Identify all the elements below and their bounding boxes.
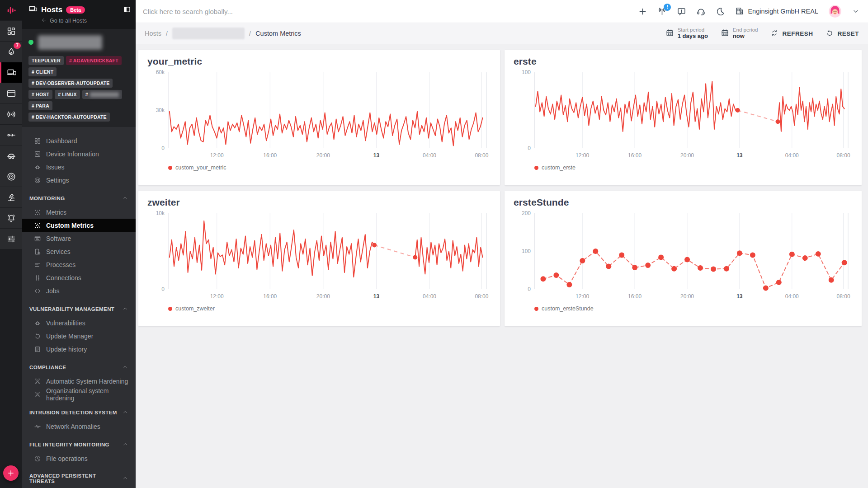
- connectivity-status-button[interactable]: !: [657, 7, 667, 16]
- rail-item-alarms[interactable]: [0, 208, 22, 228]
- end-period-value: now: [733, 33, 758, 40]
- legend-dot: [168, 166, 172, 170]
- svg-text:0: 0: [161, 145, 165, 151]
- chart-legend[interactable]: custom_ersteStunde: [514, 305, 853, 312]
- host-tag[interactable]: # CLIENT: [28, 67, 57, 76]
- host-tag[interactable]: # HOST: [28, 90, 52, 99]
- menu-section-compliance[interactable]: COMPLIANCE: [22, 359, 136, 375]
- bug-icon: [34, 319, 41, 327]
- collapse-sidebar-button[interactable]: [123, 5, 131, 15]
- menu-section-monitoring[interactable]: MONITORING: [22, 190, 136, 206]
- svg-text:20:00: 20:00: [316, 293, 330, 300]
- breadcrumb-hostname-redacted[interactable]: [172, 28, 245, 39]
- software-icon: [34, 235, 41, 242]
- sidebar-menu: DashboardDevice InformationIssuesSetting…: [22, 127, 136, 488]
- menu-section-intrusion-detection-system[interactable]: INTRUSION DETECTION SYSTEM: [22, 404, 136, 420]
- sidebar-item-label: Software: [46, 235, 71, 242]
- menu-section-file-integrity-monitoring[interactable]: FILE INTEGRITY MONITORING: [22, 436, 136, 452]
- menu-section-advanced-persistent-threats[interactable]: ADVANCED PERSISTENT THREATS: [22, 469, 136, 488]
- sidebar-item-processes[interactable]: Processes: [22, 258, 136, 271]
- sidebar-item-connections[interactable]: Connections: [22, 271, 136, 284]
- sidebar-item-update-history[interactable]: Update history: [22, 343, 136, 356]
- rail-item-applications[interactable]: [0, 83, 22, 103]
- main-area: ! Enginsight GmbH REAL Hosts / / Cus: [136, 0, 868, 488]
- feedback-button[interactable]: [677, 7, 686, 16]
- add-fab-button[interactable]: [3, 465, 19, 481]
- breadcrumb-hosts[interactable]: Hosts: [145, 30, 161, 37]
- sidebar-item-settings[interactable]: Settings: [22, 174, 136, 187]
- organization-switcher[interactable]: Enginsight GmbH REAL: [735, 6, 818, 17]
- chart-title: ersteStunde: [514, 197, 853, 208]
- chart-legend[interactable]: custom_erste: [514, 164, 853, 171]
- go-to-all-hosts-link[interactable]: Go to all Hosts: [41, 17, 130, 24]
- user-avatar[interactable]: [828, 5, 842, 18]
- rail-item-overview[interactable]: [0, 21, 22, 41]
- rail-item-penetration[interactable]: [0, 166, 22, 187]
- chart-canvas: 030k60k12:0016:0020:001304:0008:00: [147, 69, 491, 164]
- breadcrumb-bar: Hosts / / Custom Metrics Start period 1 …: [136, 23, 868, 44]
- chart-legend[interactable]: custom_your_metric: [147, 164, 491, 171]
- sidebar-item-label: Automatic System Hardening: [46, 378, 128, 385]
- svg-text:20:00: 20:00: [316, 152, 330, 159]
- sidebar-item-automatic-system-hardening[interactable]: Automatic System Hardening: [22, 375, 136, 388]
- chart-legend[interactable]: custom_zweiter: [147, 305, 491, 312]
- svg-text:13: 13: [736, 293, 743, 300]
- host-tag[interactable]: # AGAVENDICKSAFT: [66, 56, 122, 65]
- sidebar-item-label: Device Information: [46, 150, 99, 158]
- sidebar-item-file-operations[interactable]: File operations: [22, 452, 136, 465]
- sidebar-item-label: Services: [46, 248, 71, 255]
- window-icon: [6, 89, 16, 99]
- svg-text:12:00: 12:00: [210, 293, 224, 300]
- sidebar-item-services[interactable]: Services: [22, 245, 136, 258]
- global-search-input[interactable]: [143, 8, 459, 15]
- add-button[interactable]: [638, 7, 647, 16]
- rail-item-observations[interactable]: [0, 104, 22, 124]
- legend-dot: [534, 166, 538, 170]
- sidebar-item-issues[interactable]: Issues: [22, 160, 136, 174]
- support-button[interactable]: [696, 7, 706, 16]
- host-tag[interactable]: # PARA: [28, 101, 52, 110]
- sidebar-item-device-information[interactable]: Device Information: [22, 147, 136, 160]
- history-doc-icon: [34, 346, 41, 353]
- tag-label: # DEV-OBSERVER-AUTOUPDATE: [32, 80, 109, 86]
- end-period-picker[interactable]: End period now: [721, 27, 758, 40]
- sidebar-item-custom-metrics[interactable]: Custom Metrics: [22, 219, 136, 232]
- svg-text:04:00: 04:00: [785, 293, 799, 300]
- spy-icon: [6, 151, 16, 161]
- app-root: 7 Hosts Beta Go to all Hosts TEEPULVER# …: [0, 0, 868, 488]
- chart-canvas: 010k12:0016:0020:001304:0008:00: [147, 210, 491, 305]
- reset-icon: [34, 333, 41, 340]
- rail-item-configuration[interactable]: [0, 229, 22, 249]
- menu-section-label: VULNERABILITY MANAGEMENT: [29, 306, 114, 312]
- rail-item-endpoints[interactable]: [0, 125, 22, 145]
- menu-section-vulnerability-management[interactable]: VULNERABILITY MANAGEMENT: [22, 301, 136, 316]
- sidebar-item-vulnerabilities[interactable]: Vulnerabilities: [22, 316, 136, 329]
- start-period-picker[interactable]: Start period 1 days ago: [665, 27, 708, 40]
- tag-label: # HOST: [32, 92, 49, 97]
- svg-text:04:00: 04:00: [785, 152, 799, 159]
- rail-item-hacktor[interactable]: [0, 145, 22, 166]
- host-tag[interactable]: TEEPULVER: [28, 56, 64, 65]
- tag-label: # LINUX: [58, 92, 77, 97]
- sidebar-item-software[interactable]: Software: [22, 232, 136, 245]
- host-tag[interactable]: # DEV-HACKTOR-AUTOUPDATE: [28, 113, 110, 122]
- sidebar-item-jobs[interactable]: Jobs: [22, 284, 136, 297]
- rail-item-analysis[interactable]: [0, 187, 22, 207]
- host-tag[interactable]: #: [82, 90, 122, 99]
- sidebar-item-organizational-system-hardening[interactable]: Organizational system hardening: [22, 388, 136, 401]
- refresh-button[interactable]: REFRESH: [770, 29, 813, 38]
- host-online-status-dot: [28, 40, 33, 45]
- sidebar-item-network-anomalies[interactable]: Network Anomalies: [22, 420, 136, 433]
- dark-mode-toggle[interactable]: [716, 7, 725, 16]
- sidebar-item-metrics[interactable]: Metrics: [22, 206, 136, 219]
- sidebar-item-update-manager[interactable]: Update Manager: [22, 329, 136, 343]
- host-tag[interactable]: # LINUX: [55, 90, 80, 99]
- rail-item-hosts[interactable]: [0, 62, 22, 83]
- sidebar-item-label: Jobs: [46, 287, 60, 295]
- reset-button[interactable]: RESET: [826, 29, 859, 38]
- host-tag[interactable]: # DEV-OBSERVER-AUTOUPDATE: [28, 79, 113, 88]
- rail-item-alerts[interactable]: 7: [0, 42, 22, 62]
- user-menu-chevron[interactable]: [852, 7, 860, 15]
- rail-item-enginsight-logo[interactable]: [0, 0, 22, 20]
- sidebar-item-dashboard[interactable]: Dashboard: [22, 134, 136, 147]
